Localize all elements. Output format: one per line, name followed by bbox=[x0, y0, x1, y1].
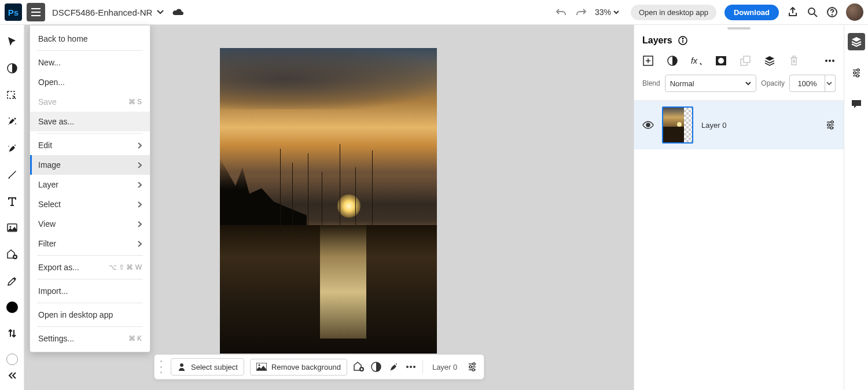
menu-save-as[interactable]: Save as... bbox=[30, 112, 150, 131]
svg-point-19 bbox=[258, 365, 260, 366]
cloud-sync-icon[interactable] bbox=[172, 8, 185, 17]
opacity-input[interactable]: 100% bbox=[789, 75, 825, 92]
svg-point-11 bbox=[15, 123, 16, 124]
adjustment-tool[interactable] bbox=[6, 62, 19, 75]
svg-point-30 bbox=[469, 366, 472, 368]
add-preset-icon[interactable] bbox=[353, 361, 365, 373]
help-icon[interactable] bbox=[826, 6, 838, 18]
layer-settings-icon[interactable] bbox=[825, 120, 836, 130]
svg-point-6 bbox=[832, 14, 833, 15]
svg-point-45 bbox=[825, 60, 827, 62]
menu-edit[interactable]: Edit bbox=[30, 135, 150, 155]
layer-effects-icon[interactable]: fx bbox=[691, 55, 703, 67]
redo-button[interactable] bbox=[575, 8, 587, 17]
right-strip bbox=[844, 25, 868, 390]
swap-colors-tool[interactable] bbox=[6, 327, 19, 340]
menu-save: Save⌘ S bbox=[30, 92, 150, 112]
zoom-value: 33% bbox=[595, 8, 611, 17]
menu-filter[interactable]: Filter bbox=[30, 234, 150, 253]
search-icon[interactable] bbox=[807, 6, 818, 18]
share-icon[interactable] bbox=[787, 6, 799, 18]
clipping-mask-icon bbox=[740, 55, 751, 67]
menu-view[interactable]: View bbox=[30, 214, 150, 234]
svg-point-59 bbox=[854, 72, 856, 74]
menu-select[interactable]: Select bbox=[30, 194, 150, 214]
drag-handle-icon[interactable] bbox=[160, 360, 163, 373]
menu-open-in-desktop[interactable]: Open in desktop app bbox=[30, 305, 150, 325]
menu-import[interactable]: Import... bbox=[30, 281, 150, 301]
main-menu-dropdown: Back to home New... Open... Save⌘ S Save… bbox=[30, 25, 150, 352]
remove-background-button[interactable]: Remove background bbox=[250, 359, 347, 376]
panel-menu-icon[interactable] bbox=[824, 55, 836, 67]
svg-point-41 bbox=[718, 58, 724, 64]
comments-panel-toggle[interactable] bbox=[848, 95, 865, 113]
zoom-level[interactable]: 33% bbox=[595, 8, 619, 17]
more-actions-icon[interactable] bbox=[405, 361, 417, 373]
delete-layer-icon bbox=[788, 55, 800, 67]
remove-background-label: Remove background bbox=[271, 363, 341, 371]
quick-actions-tool[interactable] bbox=[6, 142, 19, 154]
foreground-color[interactable] bbox=[6, 301, 18, 313]
brush-tool[interactable] bbox=[6, 168, 19, 181]
adjustment-icon[interactable] bbox=[370, 361, 382, 373]
menu-settings[interactable]: Settings...⌘ K bbox=[30, 329, 150, 348]
layer-properties-icon[interactable] bbox=[466, 361, 478, 373]
place-image-tool[interactable] bbox=[6, 222, 19, 234]
menu-new[interactable]: New... bbox=[30, 53, 150, 72]
move-tool[interactable] bbox=[6, 35, 19, 48]
chevron-right-icon bbox=[138, 182, 142, 188]
select-subject-button[interactable]: Select subject bbox=[171, 358, 244, 376]
user-avatar[interactable] bbox=[846, 3, 863, 21]
adjustment-layer-icon[interactable] bbox=[667, 55, 678, 67]
menu-back-to-home[interactable]: Back to home bbox=[30, 29, 150, 49]
layer-row[interactable]: Layer 0 bbox=[634, 101, 844, 149]
chevron-right-icon bbox=[138, 221, 142, 227]
menu-layer[interactable]: Layer bbox=[30, 175, 150, 194]
svg-rect-42 bbox=[744, 56, 750, 62]
layer-thumbnail[interactable] bbox=[662, 106, 693, 144]
quick-action-icon[interactable] bbox=[388, 361, 399, 373]
photoshop-logo: Ps bbox=[5, 3, 22, 21]
menu-open[interactable]: Open... bbox=[30, 72, 150, 92]
layers-panel-toggle[interactable] bbox=[848, 33, 865, 50]
svg-point-54 bbox=[830, 127, 833, 129]
layer-stack-icon[interactable] bbox=[764, 55, 775, 67]
eyedropper-tool[interactable] bbox=[6, 275, 19, 288]
menu-image[interactable]: Image bbox=[30, 155, 150, 175]
healing-brush-tool[interactable] bbox=[6, 115, 19, 128]
svg-rect-8 bbox=[8, 91, 14, 98]
background-color[interactable] bbox=[6, 354, 18, 365]
info-icon[interactable] bbox=[678, 36, 687, 45]
main-menu-button[interactable] bbox=[27, 3, 45, 21]
menu-export-as[interactable]: Export as...⌥ ⇧ ⌘ W bbox=[30, 257, 150, 277]
open-in-desktop-button[interactable]: Open in desktop app bbox=[631, 5, 716, 20]
panel-resize-handle[interactable] bbox=[727, 27, 751, 30]
chevron-right-icon bbox=[138, 241, 142, 247]
add-artboard-tool[interactable] bbox=[6, 248, 19, 261]
svg-point-47 bbox=[832, 60, 834, 62]
svg-point-58 bbox=[857, 69, 859, 71]
svg-point-60 bbox=[856, 75, 859, 77]
svg-point-10 bbox=[9, 117, 10, 119]
layer-name[interactable]: Layer 0 bbox=[701, 121, 817, 130]
opacity-label: Opacity bbox=[761, 79, 785, 87]
layer-visibility-icon[interactable] bbox=[642, 121, 654, 129]
chevron-right-icon bbox=[138, 201, 142, 208]
opacity-stepper[interactable] bbox=[823, 75, 836, 92]
svg-text:fx: fx bbox=[691, 56, 698, 65]
svg-point-53 bbox=[827, 124, 830, 126]
properties-panel-toggle[interactable] bbox=[848, 64, 865, 82]
selection-tool[interactable] bbox=[6, 89, 19, 101]
blend-label: Blend bbox=[642, 79, 660, 87]
download-button[interactable]: Download bbox=[724, 5, 779, 20]
filename-chevron-icon bbox=[157, 10, 164, 14]
blend-mode-select[interactable]: Normal bbox=[665, 75, 757, 92]
collapse-toolbar-button[interactable] bbox=[6, 369, 19, 382]
new-layer-icon[interactable] bbox=[642, 55, 654, 67]
document-canvas[interactable] bbox=[220, 48, 437, 354]
layer-mask-icon[interactable] bbox=[715, 55, 727, 67]
svg-point-9 bbox=[14, 118, 16, 120]
undo-button[interactable] bbox=[556, 8, 567, 17]
document-title[interactable]: DSCF5486-Enhanced-NR bbox=[52, 8, 164, 17]
type-tool[interactable] bbox=[6, 195, 19, 208]
